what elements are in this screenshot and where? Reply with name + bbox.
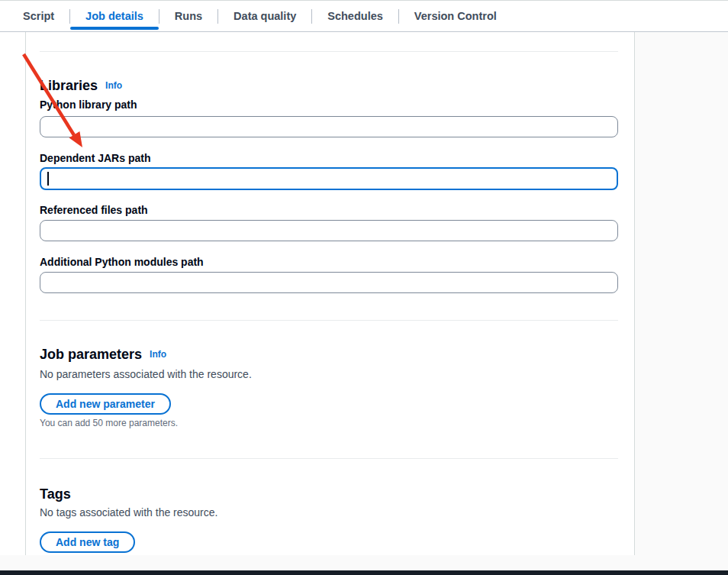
tab-version-control[interactable]: Version Control (399, 1, 512, 31)
tab-script[interactable]: Script (8, 1, 69, 31)
tags-empty-text: No tags associated with the resource. (40, 506, 618, 519)
tab-schedules-label: Schedules (327, 10, 383, 22)
dependent-jars-path-input[interactable] (40, 167, 618, 190)
section-divider (40, 51, 618, 52)
section-divider (40, 458, 618, 459)
libraries-heading-row: LibrariesInfo (40, 77, 618, 94)
libraries-heading: Libraries (40, 78, 98, 93)
job-parameters-info-link[interactable]: Info (150, 349, 166, 360)
tab-bar: Script Job details Runs Data quality Sch… (0, 0, 728, 32)
tab-runs[interactable]: Runs (159, 1, 217, 31)
tab-schedules[interactable]: Schedules (312, 1, 398, 31)
python-library-path-label: Python library path (40, 98, 618, 111)
tab-script-label: Script (23, 10, 54, 22)
add-new-parameter-button[interactable]: Add new parameter (40, 393, 171, 415)
tab-data-quality[interactable]: Data quality (218, 1, 311, 31)
job-details-panel: LibrariesInfo Python library path Depend… (25, 32, 635, 555)
referenced-files-path-label: Referenced files path (40, 203, 618, 217)
job-parameters-heading-row: Job parametersInfo (40, 346, 618, 363)
window-bottom-edge (0, 570, 728, 575)
libraries-info-link[interactable]: Info (105, 80, 122, 91)
dependent-jars-path-field (40, 167, 618, 190)
job-parameters-heading: Job parameters (40, 347, 142, 362)
text-cursor (47, 172, 49, 186)
dependent-jars-path-label: Dependent JARs path (40, 151, 618, 165)
tab-job-details-label: Job details (85, 10, 143, 22)
referenced-files-path-field (40, 220, 618, 241)
job-parameters-empty-text: No parameters associated with the resour… (40, 367, 618, 381)
tab-job-details[interactable]: Job details (70, 1, 159, 31)
python-library-path-field (40, 116, 618, 137)
tab-data-quality-label: Data quality (234, 10, 296, 22)
additional-python-modules-path-input[interactable] (40, 272, 618, 293)
tab-version-control-label: Version Control (414, 10, 497, 22)
add-new-tag-button[interactable]: Add new tag (40, 531, 135, 553)
python-library-path-input[interactable] (40, 116, 618, 137)
additional-python-modules-path-label: Additional Python modules path (40, 255, 618, 269)
additional-python-modules-path-field (40, 272, 618, 293)
main-area: LibrariesInfo Python library path Depend… (0, 32, 728, 570)
parameters-limit-text: You can add 50 more parameters. (40, 418, 618, 429)
tab-runs-label: Runs (175, 10, 202, 22)
referenced-files-path-input[interactable] (40, 220, 618, 241)
left-gutter (0, 32, 25, 555)
section-divider (40, 320, 618, 321)
tags-heading-row: Tags (40, 486, 618, 502)
tags-heading: Tags (40, 486, 71, 502)
